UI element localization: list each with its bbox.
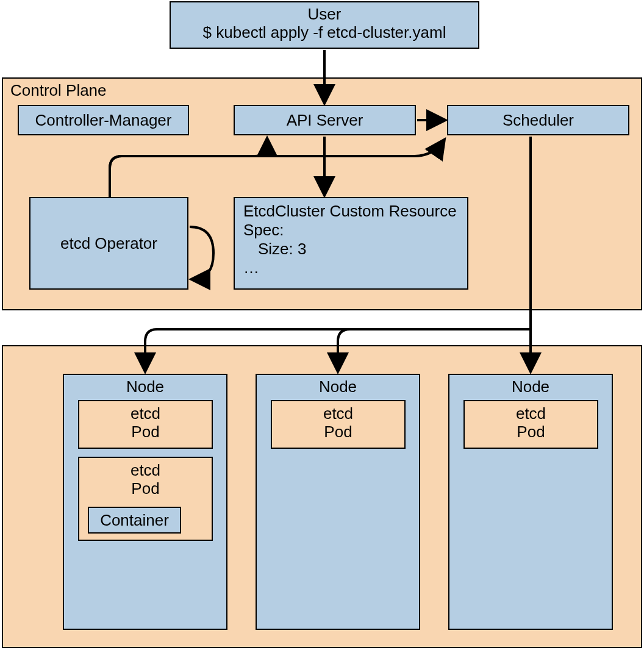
node-1-container: Container xyxy=(88,507,181,534)
controller-manager-label: Controller-Manager xyxy=(35,111,172,129)
user-box: User $ kubectl apply -f etcd-cluster.yam… xyxy=(170,1,479,49)
container-label: Container xyxy=(100,511,169,529)
custom-resource-spec: Spec: xyxy=(243,221,459,240)
pod-line1: etcd xyxy=(79,405,212,423)
node-1-pod-1: etcd Pod xyxy=(78,400,213,449)
node-1-label: Node xyxy=(64,375,226,396)
custom-resource-box: EtcdCluster Custom Resource Spec: Size: … xyxy=(234,197,468,290)
controller-manager-box: Controller-Manager xyxy=(18,105,189,135)
custom-resource-title: EtcdCluster Custom Resource xyxy=(243,202,459,221)
custom-resource-size: Size: 3 xyxy=(243,240,459,259)
node-3-label: Node xyxy=(449,375,612,396)
pod-line1c: etcd xyxy=(465,405,597,423)
pod2-line1: etcd xyxy=(79,462,212,480)
pod-line2c: Pod xyxy=(465,423,597,441)
scheduler-label: Scheduler xyxy=(503,111,574,129)
control-plane-title: Control Plane xyxy=(10,81,107,100)
pod2-line2: Pod xyxy=(79,480,212,498)
node-3-pod-1: etcd Pod xyxy=(463,400,598,449)
node-2-label: Node xyxy=(257,375,419,396)
pod-line2b: Pod xyxy=(272,423,404,441)
user-title: User xyxy=(171,5,478,24)
user-command: $ kubectl apply -f etcd-cluster.yaml xyxy=(171,24,478,42)
pod-line2: Pod xyxy=(79,423,212,441)
node-2-pod-1: etcd Pod xyxy=(271,400,406,449)
scheduler-box: Scheduler xyxy=(447,105,629,135)
custom-resource-ellipsis: … xyxy=(243,259,459,277)
pod-line1b: etcd xyxy=(272,405,404,423)
api-server-label: API Server xyxy=(287,111,363,129)
etcd-operator-label: etcd Operator xyxy=(60,234,157,252)
api-server-box: API Server xyxy=(234,105,416,135)
etcd-operator-box: etcd Operator xyxy=(29,197,188,290)
